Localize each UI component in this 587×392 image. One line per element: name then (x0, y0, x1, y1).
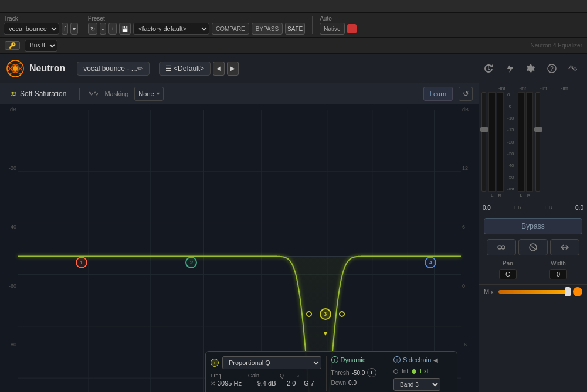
preset-minus-btn[interactable]: - (100, 23, 106, 35)
neutron-extra-btn[interactable] (565, 60, 581, 77)
mix-dot[interactable] (573, 287, 582, 296)
mix-slider[interactable] (498, 290, 568, 294)
db-r-label-12: 12 (462, 165, 477, 171)
stereo-btn[interactable] (550, 239, 579, 255)
pan-value[interactable]: C (499, 269, 517, 279)
band-x-btn[interactable]: ✕ (211, 380, 215, 387)
lr-label-right: L R (544, 204, 552, 211)
eq-canvas (0, 104, 479, 392)
band-separator-2 (389, 356, 389, 391)
link-channels-btn[interactable] (487, 239, 516, 255)
bypass-main-btn[interactable]: Bypass (484, 218, 582, 234)
band-params-values: ✕ 3095 Hz -9.4 dB 2.0 G 7 (211, 380, 321, 387)
track-name-select[interactable]: vocal bounce (4, 23, 59, 35)
preset-save-btn[interactable]: 💾 (119, 23, 131, 35)
refresh-btn[interactable]: ↺ (459, 87, 473, 101)
db-meter-m30: -30 (507, 151, 514, 156)
svg-point-7 (498, 246, 501, 249)
close-btn[interactable] (347, 24, 357, 33)
db-r-label-m6: -6 (462, 342, 477, 347)
output-left-val: 0.0 (483, 204, 491, 211)
input-v-slider[interactable] (481, 92, 486, 192)
down-label: Down (331, 380, 347, 386)
input-lr-bars (488, 92, 504, 192)
db-meter-m40: -40 (507, 163, 514, 168)
mix-slider-thumb[interactable] (565, 287, 571, 296)
track-f-btn[interactable]: f (62, 23, 68, 35)
key-icon[interactable]: 🔑 (5, 41, 20, 50)
safe-btn[interactable]: SAFE (285, 23, 305, 35)
output-v-slider[interactable] (535, 92, 540, 192)
band-type-select[interactable]: Proportional Q (222, 356, 321, 369)
neutron-icon (6, 59, 25, 78)
input-v-thumb[interactable] (480, 127, 488, 132)
thresh-knob[interactable] (367, 368, 376, 377)
preset-controls: ↻ - + 💾 <factory default> COMPARE BYPASS… (88, 23, 305, 35)
bypass-button-header[interactable]: BYPASS (252, 23, 283, 35)
band-node-4[interactable]: 4 (425, 257, 436, 268)
preset-display-text: vocal bounce - ...✏ (83, 64, 142, 73)
divider-2 (312, 16, 313, 34)
eq-toolbar: ≋ Soft Saturation ∿∿ Masking None ▾ Lear… (0, 83, 479, 104)
module-icon: ≋ (11, 90, 16, 98)
band-node-3[interactable]: 3 (320, 308, 331, 320)
int-radio[interactable] (393, 369, 398, 374)
masking-dropdown-container[interactable]: None ▾ (134, 87, 163, 101)
masking-icon: ∿∿ (88, 90, 99, 97)
lightning-icon-btn[interactable] (501, 60, 518, 77)
dynamic-header: i Dynamic (331, 356, 384, 363)
native-btn[interactable]: Native (320, 23, 344, 35)
db-r-label-top: dB (462, 107, 477, 113)
band-num-select[interactable]: Band 3 (393, 378, 440, 391)
svg-text:?: ? (550, 66, 554, 72)
band-3-down-arrow: ▼ (322, 329, 329, 338)
phase-btn[interactable] (518, 239, 548, 255)
preset-plus-btn[interactable]: + (108, 23, 117, 35)
dynamic-label: Dynamic (341, 356, 366, 363)
output-right-val: 0.0 (575, 204, 583, 211)
output-lr-meters: L R (518, 92, 533, 203)
controls-area: Bypass (479, 213, 587, 284)
bus-select[interactable]: Bus 8 (25, 40, 57, 52)
preset-select[interactable]: <factory default> (133, 23, 209, 35)
g-value: G 7 (304, 380, 321, 387)
input-r-meter (497, 92, 504, 192)
input-r-label: R (498, 193, 501, 198)
right-panel: -Inf -Inf -Inf -Inf (479, 83, 587, 392)
soft-saturation-btn[interactable]: ≋ Soft Saturation (6, 87, 71, 100)
ext-radio[interactable] (412, 369, 416, 374)
sidechain-icon: i (393, 356, 401, 363)
learn-btn[interactable]: Learn (423, 87, 453, 101)
band-left: i Proportional Q Freq Gain Q ♪ (211, 356, 321, 387)
band-node-2[interactable]: 2 (185, 257, 197, 268)
band-3-left-handle[interactable] (306, 311, 312, 317)
dynamic-icon: i (331, 356, 338, 363)
svg-line-10 (531, 246, 535, 249)
next-preset-btn[interactable]: ▶ (227, 62, 239, 76)
settings-icon-btn[interactable] (522, 60, 539, 77)
input-l-meter (488, 92, 496, 192)
plugin-row-label: Neutron 4 Equalizer (531, 42, 582, 49)
preset-sync-icon[interactable]: ↻ (88, 23, 97, 35)
int-ext-row: Int Ext (393, 368, 452, 374)
compare-button[interactable]: COMPARE (212, 23, 249, 35)
width-value[interactable]: 0 (549, 269, 567, 279)
lr-label-left: L R (514, 204, 522, 211)
masking-text: Masking (104, 90, 128, 97)
sidechain-menu-btn[interactable]: ◀ (433, 357, 438, 363)
default-preset-display[interactable]: ☰ <Default> (159, 62, 211, 76)
output-lr-labels: L R (518, 193, 533, 198)
width-col: Width 0 (549, 260, 567, 279)
input-lr-meters: L R (488, 92, 504, 203)
track-arrow-btn[interactable]: ▾ (70, 23, 78, 35)
module-label: Soft Saturation (20, 90, 66, 98)
band-3-right-handle[interactable] (339, 311, 345, 317)
prev-preset-btn[interactable]: ◀ (213, 62, 225, 76)
band-node-1[interactable]: 1 (76, 257, 87, 268)
help-icon-btn[interactable]: ? (544, 60, 560, 77)
history-icon-btn[interactable] (480, 60, 497, 77)
db-scale-meters: 0 -6 -10 -15 -20 -30 -40 -50 -Inf (506, 92, 515, 192)
toolbar-div (79, 88, 80, 100)
output-v-thumb[interactable] (534, 127, 542, 132)
preset-display[interactable]: vocal bounce - ...✏ (77, 62, 149, 76)
